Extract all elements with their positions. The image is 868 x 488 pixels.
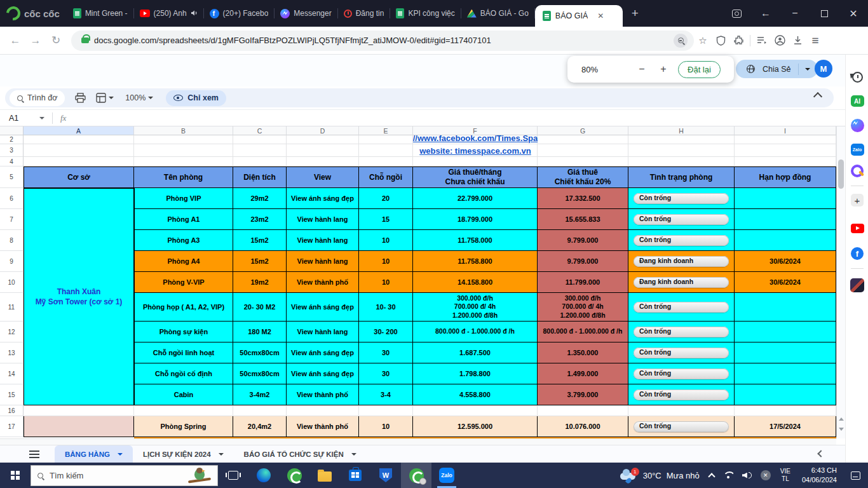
formula-input[interactable] — [66, 110, 845, 126]
cell[interactable]: Còn trống — [628, 363, 735, 384]
cell[interactable] — [287, 405, 359, 416]
taskbar-search[interactable]: Tìm kiếm — [31, 465, 218, 486]
cell[interactable]: 9.799.000 — [538, 251, 628, 272]
cell[interactable]: 1.687.500 — [413, 342, 538, 363]
column-header-I[interactable]: I — [735, 126, 836, 135]
cell[interactable]: Còn trống — [628, 416, 735, 437]
table-header-cell[interactable]: Giá thuê/tháng Chưa chiết khấu — [413, 166, 538, 188]
table-header-cell[interactable]: Tên phòng — [134, 166, 233, 188]
tab-search-icon[interactable] — [722, 0, 751, 27]
zoom-reset-button[interactable]: Đặt lại — [678, 61, 721, 78]
cell[interactable]: Phòng Spring — [134, 416, 233, 437]
cell[interactable] — [735, 322, 836, 342]
start-button[interactable] — [0, 463, 31, 488]
row-header-6[interactable]: 6 — [0, 188, 24, 209]
cell[interactable] — [24, 405, 134, 416]
cell[interactable] — [413, 405, 538, 416]
status-pill[interactable]: Còn trống — [634, 369, 729, 379]
all-sheets-icon[interactable] — [29, 451, 39, 458]
cell[interactable]: View ánh sáng đẹp — [287, 293, 359, 322]
cell[interactable] — [735, 144, 836, 157]
weather-temp[interactable]: 30°C — [643, 471, 661, 480]
file-explorer-icon[interactable] — [309, 463, 340, 488]
cell[interactable]: 15m2 — [233, 251, 287, 272]
zoom-out-page-icon[interactable] — [674, 34, 688, 48]
cell[interactable]: 10.076.000 — [538, 416, 628, 437]
account-avatar[interactable]: M — [815, 60, 832, 78]
cell[interactable]: 4.558.800 — [413, 384, 538, 405]
table-header-cell[interactable]: Giá thuê Chiết khấu 20% — [538, 166, 628, 188]
cell[interactable]: 30 — [359, 363, 413, 384]
history-icon[interactable] — [850, 70, 864, 84]
column-header-G[interactable]: G — [538, 126, 628, 135]
cell[interactable]: 22.799.000 — [413, 188, 538, 209]
cell[interactable]: 10- 30 — [359, 293, 413, 322]
browser-menu-icon[interactable]: ≡ — [806, 34, 824, 48]
cell[interactable]: Đang kinh doanh — [628, 251, 735, 272]
cell[interactable]: 800.000 đ - 1.000.000 đ /h — [538, 322, 628, 342]
cell[interactable] — [538, 405, 628, 416]
cell[interactable] — [538, 157, 628, 166]
browser-tab[interactable]: Messenger — [275, 0, 337, 27]
scroll-down-icon[interactable] — [839, 428, 844, 431]
cell[interactable]: 11.758.000 — [413, 230, 538, 251]
column-header-D[interactable]: D — [287, 126, 359, 135]
volume-icon[interactable] — [742, 472, 752, 478]
cell[interactable]: 10 — [359, 230, 413, 251]
reload-icon[interactable]: ↻ — [46, 34, 66, 47]
cell[interactable] — [735, 363, 836, 384]
new-tab-button[interactable]: + — [623, 6, 648, 20]
zoom-increase-button[interactable]: + — [653, 64, 674, 75]
cell[interactable]: Phòng A4 — [134, 251, 233, 272]
row-header-8[interactable]: 8 — [0, 230, 24, 251]
cell[interactable] — [735, 405, 836, 416]
status-pill[interactable]: Còn trống — [634, 193, 729, 204]
status-pill[interactable]: Còn trống — [634, 348, 729, 358]
facebook-icon[interactable]: f — [850, 247, 864, 261]
cell[interactable]: 1.798.800 — [413, 363, 538, 384]
coccoc-icon[interactable] — [279, 463, 309, 488]
zalo-icon[interactable]: Zalo — [850, 142, 864, 156]
cell[interactable]: 18.799.000 — [413, 209, 538, 230]
reopen-tab-icon[interactable]: ← — [751, 0, 780, 27]
cell[interactable]: 800.000 đ - 1.000.000 đ /h — [413, 322, 538, 342]
cell[interactable] — [735, 230, 836, 251]
cell[interactable]: Chỗ ngồi linh hoạt — [134, 342, 233, 363]
close-tab-icon[interactable]: ✕ — [597, 11, 604, 20]
horizontal-scrollbar[interactable] — [0, 438, 836, 445]
browser-tab[interactable]: (20+) Facebo — [204, 0, 275, 27]
table-header-cell[interactable]: Chỗ ngồi — [359, 166, 413, 188]
cell[interactable]: Còn trống — [628, 322, 735, 342]
status-pill[interactable]: Còn trống — [634, 390, 729, 400]
cell[interactable]: Phòng V-VIP — [134, 272, 233, 293]
sheet-tab[interactable]: BẢNG HÀNG — [55, 445, 133, 463]
column-header-H[interactable]: H — [628, 126, 735, 135]
cell[interactable]: Còn trống — [628, 384, 735, 405]
cell[interactable]: View hành lang — [287, 251, 359, 272]
cell[interactable] — [359, 157, 413, 166]
cell[interactable] — [359, 144, 413, 157]
cell[interactable] — [287, 135, 359, 144]
clock[interactable]: 6:43 CH04/06/2024 — [802, 466, 837, 485]
cell[interactable]: 14.158.800 — [413, 272, 538, 293]
cell[interactable] — [628, 135, 735, 144]
cell[interactable] — [538, 135, 628, 144]
sheet-tab-dropdown-icon[interactable] — [351, 453, 356, 456]
hidden-icons-chevron[interactable] — [709, 472, 714, 479]
table-header-cell[interactable]: Tình trạng phòng — [628, 166, 735, 188]
forward-icon[interactable]: → — [25, 34, 46, 47]
cell[interactable] — [735, 342, 836, 363]
download-icon[interactable] — [789, 36, 806, 45]
notification-center-icon[interactable] — [851, 471, 860, 480]
q-search-icon[interactable] — [850, 164, 864, 178]
select-all-corner[interactable] — [0, 126, 24, 135]
row-header-11[interactable]: 11 — [0, 293, 24, 322]
row-header-9[interactable]: 9 — [0, 251, 24, 272]
cell[interactable]: View hành lang — [287, 230, 359, 251]
cell[interactable] — [24, 144, 134, 157]
cell[interactable] — [538, 144, 628, 157]
cell[interactable]: 11.799.000 — [538, 272, 628, 293]
hyperlink-cell[interactable]: website: timesspace.com.vn — [413, 144, 538, 157]
column-header-B[interactable]: B — [134, 126, 233, 135]
column-header-E[interactable]: E — [359, 126, 413, 135]
